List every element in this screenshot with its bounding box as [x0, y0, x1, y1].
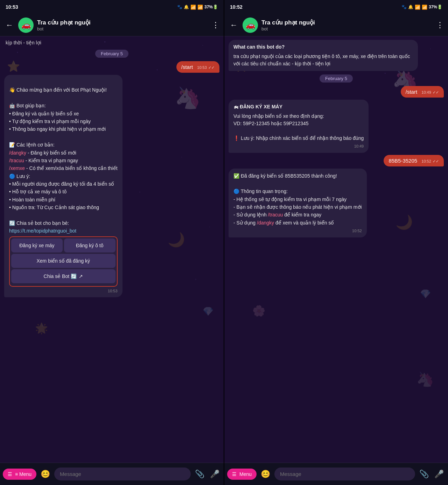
chat-area-right: What can this bot do? tra cứu phạt nguội…	[224, 36, 448, 463]
status-bar-left: 10:53 🐾 🔔 📶 📶 37%🔋	[0, 0, 224, 14]
recv-success-msg: ✅ Đã đăng ký biển số 85B535205 thành côn…	[229, 169, 367, 237]
btn-dangky-xe-may[interactable]: Đăng ký xe máy	[11, 238, 63, 252]
status-time-right: 10:52	[230, 4, 243, 10]
btn-dangky-oto[interactable]: Đăng ký ô tô	[64, 238, 115, 252]
mic-button-right[interactable]: 🎤	[433, 468, 445, 480]
chat-header-left: ← 🚗 Tra cứu phạt nguội bot ⋮	[0, 14, 224, 36]
sent-time-right: 10:49	[421, 90, 431, 94]
chat-area-left: kịp thời - tiện lợi February 5 /start 10…	[0, 36, 224, 463]
status-bar-right: 10:52 🐾 🔔 📶 📶 37%🔋	[224, 0, 448, 14]
plate-number: 85B5-35205	[388, 158, 417, 164]
recv-time-left: 10:53	[9, 288, 118, 294]
btn-chia-se[interactable]: Chia sẻ Bot 🔄 ↗	[11, 269, 115, 283]
menu-icon-right: ☰	[232, 471, 237, 477]
message-input-right[interactable]	[274, 468, 415, 480]
plate-time: 10:52	[421, 159, 431, 163]
mic-button-left[interactable]: 🎤	[209, 468, 221, 480]
btn-xem-bien-so[interactable]: Xem biển số đã đăng ký	[11, 254, 115, 268]
back-button-right[interactable]: ←	[229, 19, 239, 31]
bot-info-right: Tra cứu phạt nguội bot	[261, 19, 433, 31]
status-icons-right: 🐾 🔔 📶 📶 37%🔋	[401, 5, 442, 10]
date-badge-left: February 5	[95, 50, 128, 58]
register-title: 🏍 ĐĂNG KÝ XE MÁY	[233, 103, 364, 110]
back-button-left[interactable]: ←	[4, 19, 15, 31]
menu-button-right[interactable]: ☰ Menu	[227, 469, 257, 480]
bot-avatar-right: 🚗	[243, 17, 258, 33]
recv-register-msg: 🏍 ĐĂNG KÝ XE MÁY Vui lòng nhập biển số x…	[229, 100, 369, 153]
sent-plate-msg: 85B5-35205 10:52 ✓✓	[384, 155, 444, 166]
date-badge-right: February 5	[320, 74, 353, 83]
sent-time-left: 10:53	[197, 65, 207, 70]
dangky-cmd: /dangky	[257, 220, 274, 226]
bot-subtitle-left: bot	[37, 26, 208, 31]
recv-success-text: ✅ Đã đăng ký biển số 85B535205 thành côn…	[233, 172, 362, 227]
recv-msg-left: 👋 Chào mừng bạn đến với Bot Phạt Nguội! …	[4, 75, 122, 297]
tick-icon-left: ✓✓	[208, 65, 215, 70]
bot-name-right: Tra cứu phạt nguội	[261, 19, 433, 26]
bottom-bar-left: ☰ ≡ Menu 😊 📎 🎤	[0, 463, 224, 485]
recv-what-can: What can this bot do? tra cứu phạt nguội…	[229, 40, 418, 71]
cmd-tracuu: /tracuu	[9, 158, 24, 163]
chat-header-right: ← 🚗 Tra cứu phạt nguội bot ⋮	[224, 14, 448, 36]
what-can-title: What can this bot do?	[233, 43, 413, 51]
header-menu-left[interactable]: ⋮	[212, 21, 219, 30]
bot-info-left: Tra cứu phạt nguội bot	[37, 19, 208, 31]
tracuu-cmd: /tracuu	[268, 212, 283, 217]
sent-start-msg-right: /start 10:49 ✓✓	[401, 86, 444, 98]
recv-msg-text-left: 👋 Chào mừng bạn đến với Bot Phạt Nguội! …	[9, 78, 118, 235]
header-menu-right[interactable]: ⋮	[436, 21, 444, 30]
cropped-message: kịp thời - tiện lợi	[4, 40, 219, 45]
recv-time-right-3: 10:52	[233, 228, 362, 234]
status-icons-left: 🐾 🔔 📶 📶 37%🔋	[177, 5, 218, 10]
btn-row-1: Đăng ký xe máy Đăng ký ô tô	[11, 238, 115, 252]
attach-button-left[interactable]: 📎	[194, 468, 206, 480]
menu-button-left[interactable]: ☰ ≡ Menu	[3, 469, 36, 480]
plate-tick: ✓✓	[433, 159, 439, 163]
cmd-xemxe: /xemxe	[9, 165, 25, 171]
status-time-left: 10:53	[6, 4, 18, 10]
share-arrow-icon: ↗	[79, 273, 83, 279]
recv-time-right-2: 10:49	[233, 143, 364, 149]
bottom-bar-right: ☰ Menu 😊 📎 🎤	[224, 463, 448, 485]
bot-subtitle-right: bot	[261, 26, 433, 31]
bot-avatar-left: 🚗	[18, 17, 34, 33]
what-can-body: tra cứu phạt nguội của các loại phương t…	[233, 53, 413, 67]
register-body: Vui lòng nhập biển số xe theo định dạng:…	[233, 113, 364, 142]
menu-icon-left: ☰	[8, 471, 12, 477]
bot-link[interactable]: https://t.me/topidphatnguoi_bot	[9, 228, 76, 234]
bot-name-left: Tra cứu phạt nguội	[37, 19, 208, 26]
sent-start-msg-left: /start 10:53 ✓✓	[176, 61, 219, 73]
tick-icon-right: ✓✓	[433, 90, 439, 94]
emoji-button-right[interactable]: 😊	[259, 468, 272, 480]
bot-buttons-container: Đăng ký xe máy Đăng ký ô tô Xem biển số …	[9, 236, 118, 287]
cmd-dangky: /dangky	[9, 150, 26, 156]
emoji-button-left[interactable]: 😊	[39, 468, 51, 480]
message-input-left[interactable]	[54, 468, 191, 480]
attach-button-right[interactable]: 📎	[418, 468, 430, 480]
